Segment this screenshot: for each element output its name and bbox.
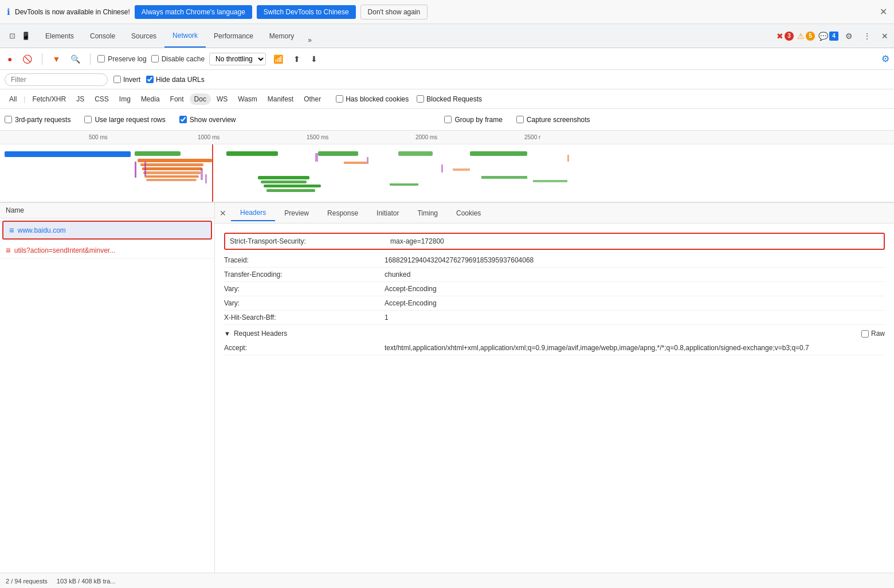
notification-text: DevTools is now available in Chinese! [15, 8, 130, 16]
details-tab-preview[interactable]: Preview [275, 206, 318, 221]
switch-to-chinese-button[interactable]: Switch DevTools to Chinese [257, 5, 356, 19]
ruler-label-1500: 1500 ms [307, 134, 328, 140]
type-fetch-xhr-button[interactable]: Fetch/XHR [28, 93, 70, 105]
clear-button[interactable]: 🚫 [19, 53, 35, 65]
download-button[interactable]: ⬇ [308, 53, 320, 65]
timeline-chart [0, 144, 894, 202]
notification-bar: ℹ DevTools is now available in Chinese! … [0, 0, 894, 24]
tab-network[interactable]: Network [164, 24, 206, 48]
tab-console[interactable]: Console [82, 24, 123, 48]
request-item-baidu[interactable]: ≡ www.baidu.com [2, 221, 212, 240]
filter-input[interactable] [5, 73, 108, 86]
xhit-header-name: X-Hit-Search-Bff: [224, 313, 385, 322]
vary2-header-name: Vary: [224, 299, 385, 307]
details-tab-cookies[interactable]: Cookies [447, 206, 490, 221]
tab-performance[interactable]: Performance [206, 24, 261, 48]
details-tab-response[interactable]: Response [318, 206, 367, 221]
type-media-button[interactable]: Media [136, 93, 164, 105]
type-doc-button[interactable]: Doc [190, 93, 211, 105]
header-row-x-hit: X-Hit-Search-Bff: 1 [224, 311, 885, 325]
accept-header-value: text/html,application/xhtml+xml,applicat… [385, 344, 885, 352]
tab-sources[interactable]: Sources [123, 24, 164, 48]
group-by-frame-checkbox[interactable]: Group by frame [444, 116, 502, 124]
accept-header-name: Accept: [224, 344, 385, 352]
type-all-button[interactable]: All [5, 93, 21, 105]
invert-checkbox[interactable]: Invert [113, 76, 140, 84]
tab-memory[interactable]: Memory [261, 24, 302, 48]
info-msg-icon: 💬 [818, 32, 828, 41]
search-button[interactable]: 🔍 [68, 53, 83, 65]
type-img-button[interactable]: Img [115, 93, 135, 105]
status-bar: 2 / 94 requests 103 kB / 408 kB tra... [0, 573, 894, 588]
details-tab-timing[interactable]: Timing [408, 206, 447, 221]
settings-button[interactable]: ⚙ [842, 29, 856, 43]
devtools-tabs: Elements Console Sources Network Perform… [37, 24, 777, 48]
third-party-requests-checkbox[interactable]: 3rd-party requests [5, 116, 70, 124]
dont-show-again-button[interactable]: Don't show again [360, 5, 428, 19]
request-headers-section: ▼ Request Headers Raw [224, 325, 885, 341]
tab-elements[interactable]: Elements [37, 24, 82, 48]
large-request-rows-checkbox[interactable]: Use large request rows [84, 116, 165, 124]
record-button[interactable]: ● [5, 53, 15, 65]
overview-section: 500 ms 1000 ms 1500 ms 2000 ms 2500 r [0, 131, 894, 202]
requests-pane: Name ≡ www.baidu.com ≡ utils?action=send… [0, 203, 215, 573]
details-close-button[interactable]: ✕ [215, 206, 231, 220]
type-other-button[interactable]: Other [299, 93, 326, 105]
error-count: 3 [785, 32, 794, 41]
online-button[interactable]: 📶 [270, 53, 286, 65]
notification-close-button[interactable]: ✕ [880, 6, 887, 17]
throttle-select[interactable]: No throttling [209, 53, 266, 65]
filter-button[interactable]: ▼ [49, 53, 63, 65]
details-tab-headers[interactable]: Headers [231, 205, 275, 221]
details-tabs: ✕ Headers Preview Response Initiator Tim… [215, 203, 894, 224]
type-wasm-button[interactable]: Wasm [233, 93, 262, 105]
device-mode-button[interactable]: 📱 [19, 29, 33, 42]
ruler-label-2000: 2000 ms [415, 134, 437, 140]
vary2-header-value: Accept-Encoding [385, 299, 885, 307]
close-devtools-button[interactable]: ✕ [878, 29, 892, 43]
options-bar: 3rd-party requests Use large request row… [0, 109, 894, 131]
inspect-mode-button[interactable]: ⊡ [7, 29, 18, 42]
raw-checkbox[interactable]: Raw [861, 330, 885, 338]
capture-screenshots-checkbox[interactable]: Capture screenshots [516, 116, 590, 124]
warn-count: 5 [806, 32, 815, 41]
tab-bar: ⊡ 📱 Elements Console Sources Network Per… [0, 24, 894, 48]
type-manifest-button[interactable]: Manifest [263, 93, 298, 105]
show-overview-checkbox[interactable]: Show overview [179, 116, 236, 124]
more-options-button[interactable]: ⋮ [860, 29, 875, 43]
preserve-log-checkbox[interactable]: Preserve log [97, 55, 146, 63]
type-js-button[interactable]: JS [72, 93, 89, 105]
always-match-button[interactable]: Always match Chrome's language [135, 5, 252, 19]
sts-header-value: max-age=172800 [390, 237, 879, 245]
blocked-requests-checkbox[interactable]: Blocked Requests [417, 95, 482, 103]
vary1-header-value: Accept-Encoding [385, 285, 885, 293]
ruler-label-2500: 2500 r [524, 134, 540, 140]
hide-data-urls-checkbox[interactable]: Hide data URLs [146, 76, 205, 84]
doc-icon: ≡ [9, 225, 14, 235]
request-item-utils[interactable]: ≡ utils?action=sendIntent&minver... [0, 242, 214, 259]
main-area: Name ≡ www.baidu.com ≡ utils?action=send… [0, 202, 894, 573]
type-css-button[interactable]: CSS [90, 93, 113, 105]
separator-1 [42, 53, 42, 65]
info-badge-group: 💬 4 [818, 32, 838, 41]
ruler-label-1000: 1000 ms [198, 134, 219, 140]
te-header-value: chunked [385, 271, 885, 279]
details-pane: ✕ Headers Preview Response Initiator Tim… [215, 203, 894, 573]
type-ws-button[interactable]: WS [212, 93, 232, 105]
details-tab-initiator[interactable]: Initiator [367, 206, 408, 221]
tab-more-button[interactable]: » [302, 33, 317, 48]
info-count: 4 [829, 32, 838, 41]
has-blocked-cookies-checkbox[interactable]: Has blocked cookies [336, 95, 409, 103]
warn-icon: ⚠ [797, 32, 805, 41]
details-content: Strict-Transport-Security: max-age=17280… [215, 224, 894, 573]
te-header-name: Transfer-Encoding: [224, 271, 385, 279]
request-name-baidu: www.baidu.com [18, 226, 205, 234]
traceid-header-value: 168829129404320427627969185395937604068 [385, 256, 885, 264]
upload-button[interactable]: ⬆ [291, 53, 303, 65]
network-settings-button[interactable]: ⚙ [881, 53, 889, 64]
separator-2 [90, 53, 91, 65]
disable-cache-checkbox[interactable]: Disable cache [151, 55, 205, 63]
type-font-button[interactable]: Font [166, 93, 189, 105]
warn-badge-group: ⚠ 5 [797, 32, 815, 41]
header-row-sts: Strict-Transport-Security: max-age=17280… [224, 233, 885, 250]
